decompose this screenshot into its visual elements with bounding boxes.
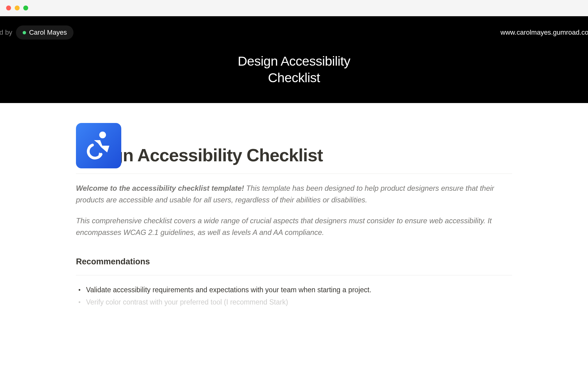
recommendations-list: • Validate accessibility requirements an… (76, 284, 512, 308)
svg-point-0 (99, 132, 106, 138)
wheelchair-icon (83, 130, 114, 161)
page-cover-banner: ted by Carol Mayes www.carolmayes.gumroa… (0, 16, 588, 103)
banner-header-row: ted by Carol Mayes www.carolmayes.gumroa… (0, 16, 588, 49)
created-by-label: ted by (0, 29, 12, 36)
author-name: Carol Mayes (29, 29, 67, 36)
author-section: ted by Carol Mayes (0, 25, 74, 40)
divider (76, 174, 512, 174)
divider (76, 275, 512, 275)
author-badge[interactable]: Carol Mayes (16, 25, 74, 40)
maximize-window-button[interactable] (23, 6, 28, 10)
online-status-icon (23, 31, 26, 34)
intro-welcome-paragraph[interactable]: Welcome to the accessibility checklist t… (76, 182, 512, 206)
list-item-text: Validate accessibility requirements and … (86, 284, 371, 296)
intro-welcome-bold: Welcome to the accessibility checklist t… (76, 184, 244, 192)
page-content: Design Accessibility Checklist Welcome t… (0, 145, 588, 308)
window-controls (6, 6, 28, 10)
bullet-icon: • (78, 296, 81, 308)
page-icon-accessibility[interactable] (76, 123, 121, 168)
list-item[interactable]: • Verify color contrast with your prefer… (76, 296, 512, 308)
list-item[interactable]: • Validate accessibility requirements an… (76, 284, 512, 296)
list-item-text: Verify color contrast with your preferre… (86, 296, 288, 308)
recommendations-heading[interactable]: Recommendations (76, 257, 512, 266)
website-url-link[interactable]: www.carolmayes.gumroad.com (500, 29, 588, 36)
banner-title: Design Accessibility Checklist (202, 53, 386, 86)
page-title[interactable]: Design Accessibility Checklist (76, 145, 512, 165)
intro-description-paragraph[interactable]: This comprehensive checklist covers a wi… (76, 215, 512, 238)
banner-title-line1: Design Accessibility (238, 54, 350, 68)
bullet-icon: • (78, 284, 81, 296)
banner-title-line2: Checklist (268, 70, 320, 85)
window-title-bar (0, 0, 588, 16)
close-window-button[interactable] (6, 6, 11, 10)
minimize-window-button[interactable] (15, 6, 20, 10)
